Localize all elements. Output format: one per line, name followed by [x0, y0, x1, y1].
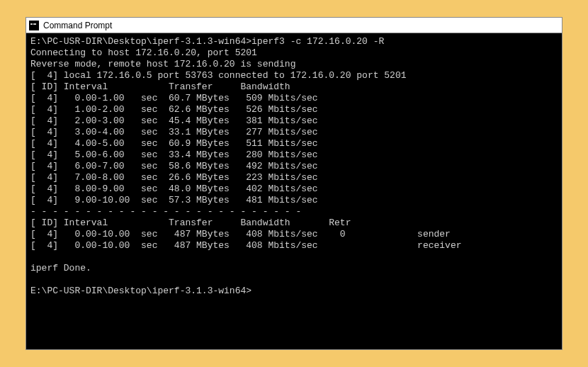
output-row: [ 4] 7.00-8.00 sec 26.6 MBytes 223 Mbits… [30, 172, 318, 183]
output-line: [ 4] local 172.16.0.5 port 53763 connect… [30, 70, 407, 81]
output-done: iperf Done. [30, 263, 91, 273]
output-row: [ 4] 6.00-7.00 sec 58.6 MBytes 492 Mbits… [30, 161, 318, 171]
title-bar[interactable]: Command Prompt [26, 18, 562, 33]
output-line: Reverse mode, remote host 172.16.0.20 is… [30, 59, 295, 69]
prompt-line: E:\PC-USR-DIR\Desktop\iperf-3.1.3-win64>… [30, 36, 384, 47]
command-prompt-window: Command Prompt E:\PC-USR-DIR\Desktop\ipe… [26, 17, 562, 350]
output-row: [ 4] 0.00-1.00 sec 60.7 MBytes 509 Mbits… [30, 93, 318, 103]
output-row: [ 4] 1.00-2.00 sec 62.6 MBytes 526 Mbits… [30, 104, 318, 115]
output-row: [ 4] 3.00-4.00 sec 33.1 MBytes 277 Mbits… [30, 127, 318, 137]
terminal-icon [29, 21, 39, 30]
terminal-output[interactable]: E:\PC-USR-DIR\Desktop\iperf-3.1.3-win64>… [26, 33, 562, 349]
prompt-line: E:\PC-USR-DIR\Desktop\iperf-3.1.3-win64> [30, 286, 251, 296]
output-summary: [ 4] 0.00-10.00 sec 487 MBytes 408 Mbits… [30, 240, 462, 251]
output-separator: - - - - - - - - - - - - - - - - - - - - … [30, 206, 301, 217]
output-summary: [ 4] 0.00-10.00 sec 487 MBytes 408 Mbits… [30, 229, 451, 239]
output-row: [ 4] 2.00-3.00 sec 45.4 MBytes 381 Mbits… [30, 115, 318, 126]
output-header: [ ID] Interval Transfer Bandwidth Retr [30, 218, 351, 228]
output-row: [ 4] 9.00-10.00 sec 57.3 MBytes 481 Mbit… [30, 195, 318, 205]
output-row: [ 4] 8.00-9.00 sec 48.0 MBytes 402 Mbits… [30, 184, 318, 194]
output-header: [ ID] Interval Transfer Bandwidth [30, 81, 290, 92]
output-line: Connecting to host 172.16.0.20, port 520… [30, 47, 257, 58]
output-row: [ 4] 5.00-6.00 sec 33.4 MBytes 280 Mbits… [30, 149, 318, 160]
output-row: [ 4] 4.00-5.00 sec 60.9 MBytes 511 Mbits… [30, 138, 318, 149]
window-title: Command Prompt [43, 21, 112, 30]
